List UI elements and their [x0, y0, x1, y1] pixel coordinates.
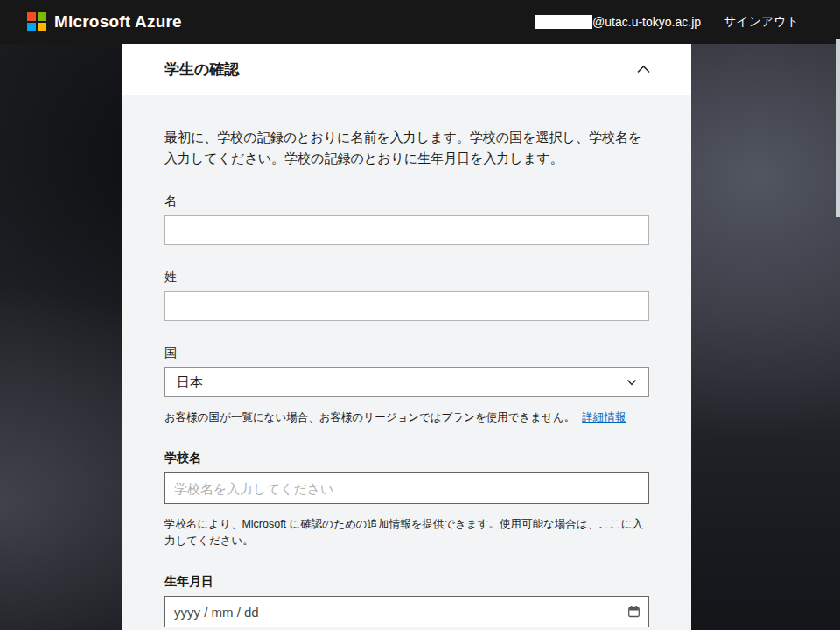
country-select[interactable]: 日本: [164, 368, 649, 397]
chevron-up-icon: [636, 64, 651, 74]
brand: Microsoft Azure: [27, 12, 182, 32]
topbar-right: @utac.u-tokyo.ac.jp サインアウト: [535, 14, 799, 30]
collapse-section-button[interactable]: [634, 62, 653, 76]
country-note: お客様の国が一覧にない場合、お客様のリージョンではプランを使用できません。詳細情…: [164, 410, 649, 426]
last-name-label: 姓: [164, 270, 649, 285]
last-name-group: 姓: [164, 270, 649, 321]
last-name-input[interactable]: [164, 291, 649, 321]
country-selected-value: 日本: [177, 374, 203, 391]
signout-button[interactable]: サインアウト: [724, 14, 799, 30]
microsoft-logo-icon: [27, 12, 46, 32]
top-bar: Microsoft Azure @utac.u-tokyo.ac.jp サインア…: [0, 0, 840, 44]
learn-more-link[interactable]: 詳細情報: [582, 411, 626, 424]
birth-date-input[interactable]: [164, 596, 649, 627]
country-note-text: お客様の国が一覧にない場合、お客様のリージョンではプランを使用できません。: [164, 411, 575, 424]
birth-date-field: [164, 596, 649, 627]
first-name-label: 名: [164, 193, 649, 209]
country-label: 国: [164, 346, 649, 361]
scrollbar-thumb[interactable]: [836, 39, 840, 217]
panel-body: 最初に、学校の記録のとおりに名前を入力します。学校の国を選択し、学校名を入力して…: [122, 94, 691, 627]
first-name-group: 名: [164, 193, 649, 245]
school-note: 学校名により、Microsoft に確認のための追加情報を提供できます。使用可能…: [164, 516, 649, 550]
brand-name: Microsoft Azure: [54, 12, 182, 32]
redacted-username: [535, 15, 592, 29]
birth-date-label: 生年月日: [164, 574, 649, 590]
account-email-domain: @utac.u-tokyo.ac.jp: [592, 15, 701, 29]
country-group: 国 日本 お客様の国が一覧にない場合、お客様のリージョンではプランを使用できませ…: [164, 346, 649, 426]
school-name-label: 学校名: [164, 451, 649, 466]
school-name-input[interactable]: [164, 472, 649, 504]
account-email: @utac.u-tokyo.ac.jp: [535, 15, 701, 29]
first-name-input[interactable]: [164, 215, 649, 245]
panel-header: 学生の確認: [122, 44, 691, 94]
student-verification-panel: 学生の確認 最初に、学校の記録のとおりに名前を入力します。学校の国を選択し、学校…: [122, 44, 691, 630]
school-group: 学校名 学校名により、Microsoft に確認のための追加情報を提供できます。…: [164, 451, 649, 550]
panel-title: 学生の確認: [164, 60, 239, 80]
form-description: 最初に、学校の記録のとおりに名前を入力します。学校の国を選択し、学校名を入力して…: [164, 127, 649, 169]
chevron-down-icon: [626, 378, 637, 387]
birth-date-group: 生年月日: [164, 574, 649, 627]
calendar-icon[interactable]: [627, 606, 640, 619]
